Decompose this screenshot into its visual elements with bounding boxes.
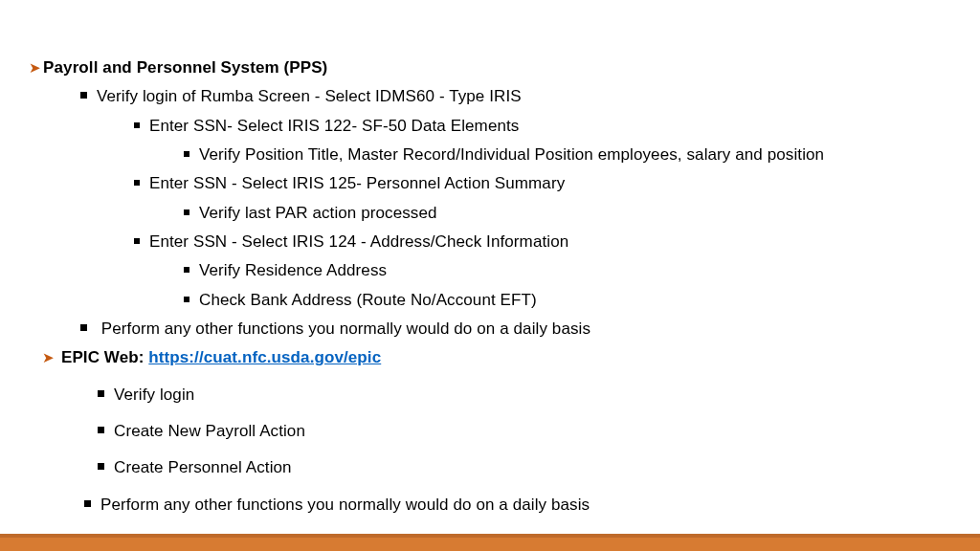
footer-bar (0, 534, 980, 551)
square-bullet-icon (84, 500, 91, 507)
bullet-epic: Perform any other functions you normally… (84, 493, 951, 518)
square-bullet-icon (134, 122, 140, 128)
text: Enter SSN - Select IRIS 125- Personnel A… (149, 174, 565, 192)
square-bullet-icon (184, 297, 189, 302)
bullet-epic: Create Personnel Action (98, 455, 951, 480)
bullet-epic: Create New Payroll Action (98, 419, 951, 444)
bullet-level1: Perform any other functions you normally… (80, 317, 951, 342)
text: Verify last PAR action processed (199, 204, 437, 222)
text: Enter SSN- Select IRIS 122- SF-50 Data E… (149, 117, 519, 135)
epic-web-link[interactable]: https://cuat.nfc.usda.gov/epic (148, 348, 381, 366)
square-bullet-icon (184, 151, 189, 157)
text: Perform any other functions you normally… (100, 496, 590, 514)
text: Create New Payroll Action (114, 422, 305, 440)
bullet-level2: Enter SSN - Select IRIS 124 - Address/Ch… (134, 230, 951, 254)
bullet-level3: Verify Residence Address (184, 258, 951, 283)
bullet-level3: Check Bank Address (Route No/Account EFT… (184, 288, 951, 313)
bullet-level3: Verify Position Title, Master Record/Ind… (184, 143, 951, 167)
bullet-level1: Verify login of Rumba Screen - Select ID… (80, 84, 951, 109)
text: Verify Position Title, Master Record/Ind… (199, 145, 824, 164)
bullet-level3: Verify last PAR action processed (184, 201, 951, 226)
footer-band-bottom (0, 538, 980, 551)
bullet-level2: Enter SSN- Select IRIS 122- SF-50 Data E… (134, 114, 951, 139)
square-bullet-icon (98, 390, 104, 397)
square-bullet-icon (134, 180, 140, 186)
text: Verify login (114, 386, 194, 404)
square-bullet-icon (98, 427, 104, 433)
text: Perform any other functions you normally… (97, 320, 590, 338)
arrow-icon: ➤ (29, 59, 41, 76)
text: Enter SSN - Select IRIS 124 - Address/Ch… (149, 232, 568, 251)
slide: ➤Payroll and Personnel System (PPS) Veri… (0, 0, 980, 551)
epic-web-label: EPIC Web: (61, 348, 148, 366)
section2-title-line: ➤ EPIC Web: https://cuat.nfc.usda.gov/ep… (42, 345, 951, 370)
text: Verify login of Rumba Screen - Select ID… (97, 87, 522, 105)
bullet-epic: Verify login (98, 383, 951, 408)
square-bullet-icon (184, 267, 189, 273)
square-bullet-icon (80, 324, 87, 331)
text: Verify Residence Address (199, 261, 387, 279)
arrow-icon: ➤ (42, 349, 55, 365)
section1-title: Payroll and Personnel System (PPS) (43, 58, 327, 77)
square-bullet-icon (184, 209, 189, 215)
square-bullet-icon (80, 92, 87, 99)
bullet-level2: Enter SSN - Select IRIS 125- Personnel A… (134, 171, 951, 196)
section1-title-line: ➤Payroll and Personnel System (PPS) (29, 55, 951, 80)
square-bullet-icon (98, 463, 104, 470)
text: Check Bank Address (Route No/Account EFT… (199, 291, 537, 309)
text: Create Personnel Action (114, 458, 292, 476)
square-bullet-icon (134, 238, 140, 244)
